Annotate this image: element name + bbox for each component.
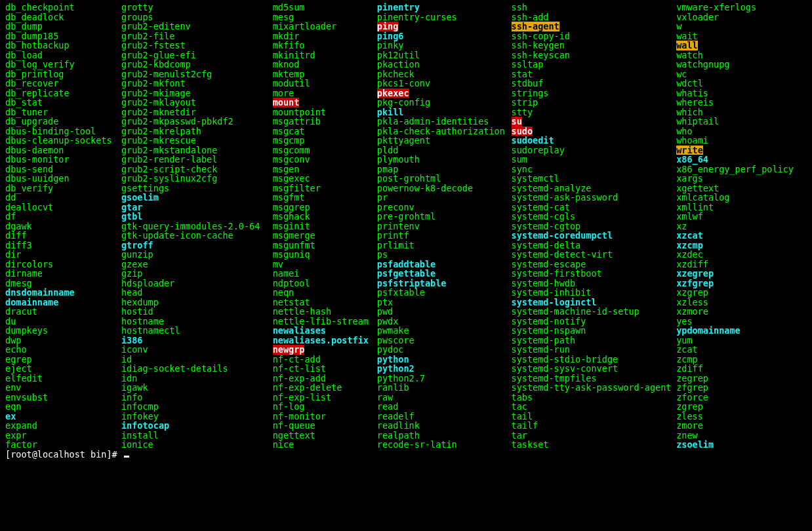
file-entry: pydoc <box>377 345 512 355</box>
file-entry: db_upgrade <box>5 117 121 127</box>
file-entry: zless <box>676 412 807 422</box>
file-entry: zmore <box>676 421 807 431</box>
file-entry: tar <box>512 431 677 441</box>
ls-output: db_checkpointdb_deadlockdb_dumpdb_dump18… <box>5 3 807 450</box>
file-entry: msgattrib <box>273 117 377 127</box>
file-entry: zegrep <box>676 374 807 384</box>
file-entry: xzcmp <box>676 241 807 250</box>
file-entry: wait <box>676 31 807 41</box>
file-entry: ping6 <box>377 31 512 41</box>
file-entry: gtk-query-immodules-2.0-64 <box>121 222 273 231</box>
file-entry: md5sum <box>273 3 377 12</box>
file-entry: mount <box>273 98 300 108</box>
file-entry: systemd-detect-virt <box>512 250 677 260</box>
file-entry: grub2-mkfont <box>121 79 273 88</box>
file-entry: ssh-copy-id <box>512 31 677 41</box>
file-entry: ssh-agent <box>512 22 559 31</box>
file-entry: grub2-mkrescue <box>121 136 273 146</box>
file-entry: post-grohtml <box>377 174 512 184</box>
file-entry: eqn <box>5 402 121 412</box>
file-entry: newgrp <box>273 345 305 355</box>
file-entry: psfgettable <box>377 269 512 279</box>
file-entry: sum <box>512 155 677 165</box>
file-entry: whiptail <box>676 117 807 127</box>
file-entry: grub2-syslinux2cfg <box>121 174 273 184</box>
file-entry: msgmerge <box>273 231 377 241</box>
file-entry: xz <box>676 222 807 231</box>
file-entry: netstat <box>273 298 377 307</box>
file-entry: msgexec <box>273 174 377 184</box>
file-entry: raw <box>377 393 512 403</box>
file-entry: systemd-loginctl <box>512 298 677 307</box>
file-entry: prlimit <box>377 241 512 250</box>
file-entry: zcat <box>676 345 807 355</box>
file-entry: envsubst <box>5 393 121 403</box>
file-entry: gtroff <box>121 241 273 250</box>
file-entry: dumpkeys <box>5 326 121 336</box>
file-entry: xgettext <box>676 184 807 193</box>
file-entry: sudoedit <box>512 136 677 146</box>
file-entry: zcmp <box>676 355 807 364</box>
file-entry: w <box>676 22 807 31</box>
file-entry: whatis <box>676 88 807 98</box>
file-entry: x86_64 <box>676 155 807 165</box>
file-entry: domainname <box>5 298 121 307</box>
file-entry: grub2-menulst2cfg <box>121 69 273 79</box>
file-entry: xzdiff <box>676 260 807 269</box>
file-entry: dbus-cleanup-sockets <box>5 136 121 146</box>
file-entry: dbus-send <box>5 165 121 174</box>
file-entry: grub2-mknetdir <box>121 108 273 117</box>
file-entry: readelf <box>377 412 512 422</box>
file-entry: nf-exp-delete <box>273 383 377 393</box>
file-entry: ndptool <box>273 279 377 288</box>
file-entry: dbus-daemon <box>5 146 121 155</box>
shell-prompt-line[interactable]: [root@localhost bin]# <box>5 450 807 460</box>
file-entry: ssltap <box>512 60 677 69</box>
ls-column-4: pinentrypinentry-cursespingping6pinkypk1… <box>377 3 512 450</box>
file-entry: id <box>121 355 273 364</box>
file-entry: dnsdomainname <box>5 288 121 298</box>
file-entry: db_deadlock <box>5 12 121 22</box>
file-entry: deallocvt <box>5 203 121 212</box>
file-entry: pkcheck <box>377 69 512 79</box>
file-entry: hostid <box>121 307 273 317</box>
file-entry: printenv <box>377 222 512 231</box>
file-entry: systemd-sysv-convert <box>512 364 677 374</box>
file-entry: db_log_verify <box>5 60 121 69</box>
file-entry: nf-queue <box>273 421 377 431</box>
file-entry: elfedit <box>5 374 121 384</box>
file-entry: msgunfmt <box>273 241 377 250</box>
file-entry: nf-ct-add <box>273 355 377 364</box>
file-entry: dracut <box>5 307 121 317</box>
shell-prompt: [root@localhost bin]# <box>5 449 123 460</box>
file-entry: zgrep <box>676 402 807 412</box>
file-entry: xmllint <box>676 203 807 212</box>
file-entry: i386 <box>121 336 273 345</box>
file-entry: systemd-ask-password <box>512 193 677 203</box>
file-entry: msgfilter <box>273 184 377 193</box>
ls-column-2: grottygroupsgrub2-editenvgrub2-filegrub2… <box>121 3 273 450</box>
file-entry: xzegrep <box>676 269 807 279</box>
file-entry: msginit <box>273 222 377 231</box>
file-entry: nf-log <box>273 402 377 412</box>
file-entry: grub2-mkrelpath <box>121 127 273 136</box>
file-entry: dbus-binding-tool <box>5 127 121 136</box>
file-entry: pk12util <box>377 50 512 60</box>
file-entry: xzfgrep <box>676 279 807 288</box>
file-entry: zsoelim <box>676 440 807 450</box>
file-entry: pwscore <box>377 336 512 345</box>
file-entry: yum <box>676 336 807 345</box>
file-entry: pkill <box>377 108 512 117</box>
file-entry: xzcat <box>676 231 807 241</box>
file-entry: systemd-stdio-bridge <box>512 355 677 364</box>
file-entry: pwdx <box>377 317 512 326</box>
file-entry: diff3 <box>5 241 121 250</box>
file-entry: db_recover <box>5 79 121 88</box>
file-entry: pinentry <box>377 3 512 12</box>
file-entry: dirname <box>5 269 121 279</box>
file-entry: pkla-check-authorization <box>377 127 512 136</box>
file-entry: grub2-mklayout <box>121 98 273 108</box>
file-entry: vxloader <box>676 12 807 22</box>
file-entry: python2.7 <box>377 374 512 384</box>
file-entry: newaliases.postfix <box>273 336 377 345</box>
